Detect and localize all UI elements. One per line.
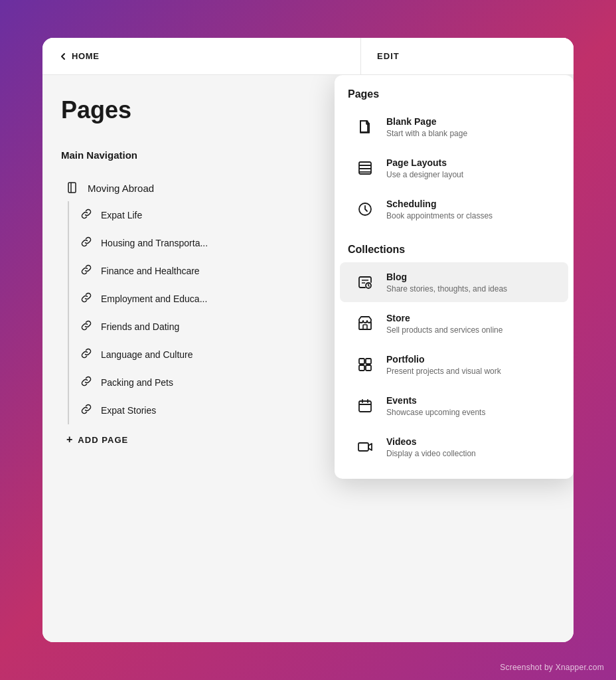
link-icon (80, 263, 93, 279)
link-icon (80, 291, 93, 307)
scheduling-icon (353, 197, 377, 221)
svg-rect-14 (366, 365, 371, 371)
videos-title: Videos (386, 436, 476, 448)
events-icon (353, 394, 377, 418)
top-bar-right: EDIT (361, 38, 574, 74)
page-layouts-icon (353, 156, 377, 180)
svg-rect-15 (359, 401, 371, 412)
page-layouts-title: Page Layouts (386, 157, 463, 169)
scheduling-desc: Book appointments or classes (386, 211, 493, 220)
videos-desc: Display a video collection (386, 449, 476, 458)
moving-abroad-label: Moving Abroad (88, 183, 154, 194)
videos-text: Videos Display a video collection (386, 436, 476, 458)
dropdown-page-layouts[interactable]: Page Layouts Use a designer layout (340, 148, 568, 188)
store-text: Store Sell products and services online (386, 312, 502, 334)
add-page-icon: + (66, 434, 72, 446)
link-icon (80, 207, 93, 223)
dropdown-blog[interactable]: Blog Share stories, thoughts, and ideas (340, 262, 568, 302)
expat-stories-label: Expat Stories (101, 405, 156, 416)
dropdown-events[interactable]: Events Showcase upcoming events (340, 386, 568, 426)
link-icon (80, 375, 93, 390)
link-icon (80, 319, 93, 335)
link-icon (80, 347, 93, 363)
scheduling-title: Scheduling (386, 198, 493, 210)
credit-text: Screenshot by Xnapper.com (500, 663, 604, 672)
dropdown-videos[interactable]: Videos Display a video collection (340, 427, 568, 467)
dropdown-portfolio[interactable]: Portfolio Present projects and visual wo… (340, 345, 568, 384)
link-icon (80, 235, 93, 251)
link-icon (80, 402, 93, 418)
events-desc: Showcase upcoming events (386, 408, 485, 417)
svg-rect-19 (358, 443, 368, 451)
page-icon (66, 181, 80, 195)
dropdown-blank-page[interactable]: Blank Page Start with a blank page (340, 107, 568, 147)
home-link[interactable]: HOME (58, 51, 100, 61)
blog-title: Blog (386, 271, 507, 283)
dropdown-store[interactable]: Store Sell products and services online (340, 303, 568, 343)
packing-label: Packing and Pets (101, 377, 173, 388)
store-icon (353, 311, 377, 335)
blank-page-text: Blank Page Start with a blank page (386, 116, 467, 137)
dropdown-scheduling[interactable]: Scheduling Book appointments or classes (340, 189, 568, 229)
language-label: Language and Culture (101, 349, 193, 360)
friends-label: Friends and Dating (101, 321, 179, 332)
portfolio-title: Portfolio (386, 353, 501, 365)
blog-icon (353, 270, 377, 294)
portfolio-desc: Present projects and visual work (386, 367, 501, 376)
store-title: Store (386, 312, 502, 324)
finance-label: Finance and Healthcare (101, 266, 200, 276)
blank-page-icon (353, 115, 377, 139)
portfolio-text: Portfolio Present projects and visual wo… (386, 353, 501, 375)
videos-icon (353, 435, 377, 459)
dropdown-panel: Pages Blank Page Start with a blank page (335, 75, 574, 479)
svg-rect-13 (359, 365, 364, 371)
expat-life-label: Expat Life (101, 210, 142, 220)
svg-rect-12 (366, 359, 371, 364)
housing-label: Housing and Transporta... (101, 238, 208, 248)
add-page-label: ADD PAGE (78, 435, 128, 445)
pages-section-title: Pages (335, 75, 574, 106)
top-bar-left: HOME (42, 38, 361, 74)
blank-page-desc: Start with a blank page (386, 129, 467, 138)
blank-page-title: Blank Page (386, 116, 467, 128)
events-text: Events Showcase upcoming events (386, 394, 485, 416)
top-bar: HOME EDIT (42, 38, 574, 75)
content-area: Pages Main Navigation + Moving Abroad (42, 75, 574, 642)
svg-rect-0 (68, 183, 76, 193)
svg-rect-11 (359, 359, 364, 364)
main-nav-label: Main Navigation (61, 149, 137, 161)
scheduling-text: Scheduling Book appointments or classes (386, 198, 493, 220)
store-desc: Sell products and services online (386, 325, 502, 335)
chevron-left-icon (58, 52, 68, 61)
employment-label: Employment and Educa... (101, 294, 207, 304)
page-layouts-desc: Use a designer layout (386, 170, 463, 179)
edit-label: EDIT (377, 51, 400, 61)
portfolio-icon (353, 353, 377, 377)
collections-section-title: Collections (335, 230, 574, 261)
blog-desc: Share stories, thoughts, and ideas (386, 284, 507, 294)
blog-text: Blog Share stories, thoughts, and ideas (386, 271, 507, 293)
page-layouts-text: Page Layouts Use a designer layout (386, 157, 463, 179)
svg-rect-10 (363, 325, 367, 329)
home-label: HOME (72, 51, 100, 61)
events-title: Events (386, 394, 485, 406)
